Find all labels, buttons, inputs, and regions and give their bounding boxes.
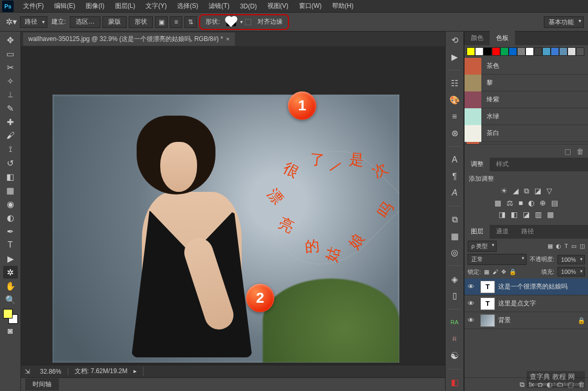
hand-tool[interactable]: ✋ [3,280,18,292]
visibility-icon[interactable]: 👁 [465,316,477,324]
group-icon[interactable]: 🗀 [556,380,563,388]
adjust-selcolor-icon[interactable]: ▦ [547,210,554,219]
history-brush-tool[interactable]: ↺ [3,157,18,169]
adjust-invert-icon[interactable]: ◨ [499,210,506,219]
adjust-photo-icon[interactable]: ◐ [528,199,534,207]
lock-icon[interactable]: 🔒 [577,317,588,324]
swatches-list[interactable]: 茶色黎绛紫水绿茶白 [465,58,588,142]
layer-list[interactable]: 👁T这是一个很漂亮的姑娘吗👁T这里是点文字👁背景🔒 [465,279,588,377]
adjust-levels-icon[interactable]: ◢ [513,187,519,196]
make-selection-button[interactable]: 选区… [70,16,100,28]
magic-wand-tool[interactable]: ✧ [3,75,18,87]
swatch-row[interactable]: 茶白 [465,125,588,142]
fill-adjust-icon[interactable]: ◐ [546,380,552,388]
timeline-tab[interactable]: 时间轴 [25,378,59,390]
adjust-mixer-icon[interactable]: ⊕ [540,199,546,207]
fg-color-swatch[interactable] [3,309,13,318]
blend-mode-dropdown[interactable]: 正常 [468,254,527,265]
filter-pixel-icon[interactable]: ▦ [548,243,553,250]
swatch-chip[interactable] [568,47,576,56]
pen-tool[interactable]: ✒ [3,225,18,238]
menu-3d[interactable]: 3D(D) [235,3,262,10]
brush-icon[interactable]: 🎨 [448,95,461,106]
delete-layer-icon[interactable]: 🗑 [578,380,585,388]
stamp-tool[interactable]: ⟟ [3,143,18,156]
mask-icon[interactable]: ◘ [538,380,542,388]
expand-icon[interactable]: ⇲ [21,368,34,375]
path-op-icon[interactable]: ▣ [155,16,168,28]
menu-type[interactable]: 文字(Y) [140,2,172,11]
swatch-row[interactable]: 绛紫 [465,91,588,108]
adjust-exposure-icon[interactable]: ◪ [534,187,541,196]
eraser-tool[interactable]: ◧ [3,170,18,183]
filter-adjust-icon[interactable]: ◐ [556,243,561,250]
blur-tool[interactable]: ◉ [3,198,18,210]
actions-icon[interactable]: ▶ [448,52,461,63]
menu-file[interactable]: 文件(F) [18,2,49,11]
swatch-row[interactable]: 黎 [465,75,588,91]
filter-smart-icon[interactable]: ◫ [580,243,585,250]
tab-swatches[interactable]: 色板 [490,31,515,45]
path-mode-dropdown[interactable]: 路径 [20,16,47,28]
layer-row[interactable]: 👁背景🔒 [465,312,588,329]
custom-shape-tool[interactable]: ✲ [3,266,18,279]
new-swatch-icon[interactable]: ▢ [564,147,571,156]
properties-icon[interactable]: ☷ [448,78,461,89]
delete-swatch-icon[interactable]: 🗑 [576,147,584,156]
heart-shape-preview[interactable] [226,18,236,26]
char-icon[interactable]: A [448,154,461,166]
filter-type-icon[interactable]: T [564,243,568,250]
zoom-readout[interactable]: 32.86% [34,368,68,375]
plugin-misc-icon[interactable]: ◧ [448,376,461,388]
tool-preset-icon[interactable]: ✲▾ [4,15,18,29]
char-style-icon[interactable]: A [448,187,461,199]
swatch-chip[interactable] [576,47,584,56]
fx-icon[interactable]: fx [529,380,534,388]
heart-text-path[interactable]: 很 了 一 是 次 漂 亮 吗 的 姑 娘 [263,150,394,265]
zoom-tool[interactable]: 🔍 [3,293,18,306]
lock-pixel-icon[interactable]: 🖌 [492,269,498,275]
swatch-row[interactable]: 茶色 [465,58,588,75]
swatch-chip[interactable] [517,47,525,56]
plugin-yin-icon[interactable]: ☯ [448,350,461,362]
adjust-hue-icon[interactable]: ▦ [494,199,501,207]
navigator-icon[interactable]: ▦ [448,230,461,242]
type-tool[interactable]: T [3,239,18,251]
adjust-threshold-icon[interactable]: ◪ [523,210,530,219]
lock-pos-icon[interactable]: ✥ [501,269,506,275]
path-select-tool[interactable]: ▶ [3,252,18,265]
dodge-tool[interactable]: ◐ [3,211,18,224]
tab-paths[interactable]: 路径 [515,224,540,239]
adjust-lut-icon[interactable]: ▤ [551,199,558,207]
adjust-curves-icon[interactable]: ⧉ [524,187,529,196]
adjust-poster-icon[interactable]: ◧ [511,210,518,219]
adjust-bw-icon[interactable]: ■ [519,199,523,207]
menu-help[interactable]: 帮助(H) [327,2,359,11]
swatch-chip[interactable] [492,47,500,56]
swatch-row[interactable]: 水绿 [465,108,588,125]
menu-select[interactable]: 选择(S) [172,2,203,11]
history-icon[interactable]: ⟲ [448,35,461,46]
swatch-chip[interactable] [483,47,492,56]
paragraph-icon[interactable]: ¶ [448,171,461,182]
canvas[interactable]: 很 了 一 是 次 漂 亮 吗 的 姑 娘 1 2 [21,46,445,365]
healing-tool[interactable]: ✚ [3,116,18,128]
eyedropper-tool[interactable]: ✎ [3,102,18,115]
swatch-chip[interactable] [551,47,559,56]
align-edges-checkbox[interactable] [245,19,251,25]
quickmask-toggle[interactable]: ◙ [3,325,18,337]
filter-shape-icon[interactable]: ▭ [571,243,576,250]
lock-trans-icon[interactable]: ▦ [484,269,489,275]
tab-layers[interactable]: 图层 [465,224,490,239]
swatch-chip[interactable] [509,47,517,56]
3d-icon[interactable]: ◈ [448,273,461,285]
lock-all-icon[interactable]: 🔒 [509,269,517,275]
gradient-tool[interactable]: ▦ [3,184,18,197]
menu-view[interactable]: 视图(V) [262,2,294,11]
visibility-icon[interactable]: 👁 [465,300,477,307]
menu-filter[interactable]: 滤镜(T) [203,2,234,11]
move-tool[interactable]: ✥ [3,34,18,46]
layer-row[interactable]: 👁T这里是点文字 [465,295,588,312]
brush-preset-icon[interactable]: ≡ [448,111,461,122]
docsize-readout[interactable]: 文档: 7.62M/19.2M ▸ [68,367,143,376]
